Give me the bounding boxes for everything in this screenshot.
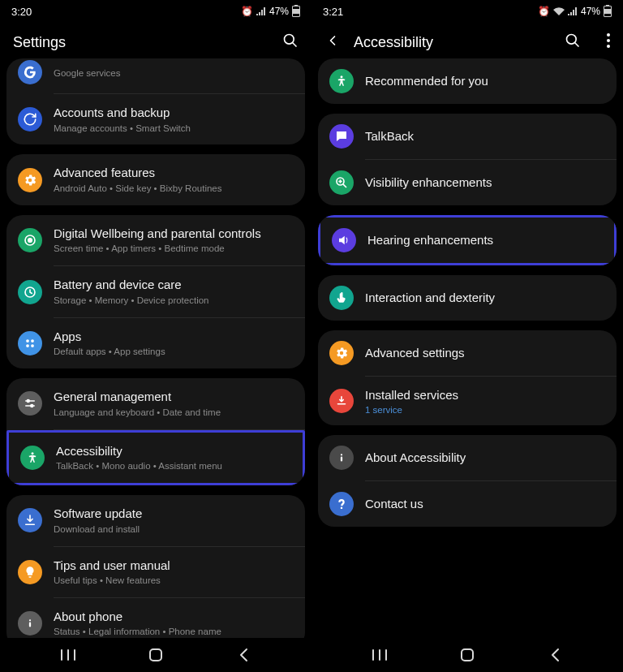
item-title: About phone <box>54 609 294 625</box>
item-title: Recommended for you <box>365 73 605 89</box>
item-contact-us[interactable]: Contact us <box>318 481 617 527</box>
svg-rect-19 <box>150 649 161 661</box>
gear-plus-icon <box>18 168 42 192</box>
item-title: Advanced features <box>54 165 294 181</box>
battery-text: 47% <box>269 6 289 17</box>
accessibility-icon <box>20 446 45 470</box>
page-title: Settings <box>13 34 269 51</box>
item-about-accessibility[interactable]: About Accessibility <box>318 435 617 480</box>
item-title: Battery and device care <box>54 277 294 293</box>
back-button[interactable] <box>324 32 341 52</box>
item-interaction-dexterity[interactable]: Interaction and dexterity <box>318 275 617 321</box>
touch-icon <box>329 286 354 310</box>
item-title: TalkBack <box>365 128 605 144</box>
item-title: About Accessibility <box>365 450 605 466</box>
nav-recents[interactable] <box>44 648 92 661</box>
item-title: Software update <box>54 506 294 522</box>
item-sub: Storage • Memory • Device protection <box>54 295 294 307</box>
battery-text: 47% <box>581 6 600 17</box>
svg-point-6 <box>31 339 34 342</box>
item-title: Accounts and backup <box>54 105 294 121</box>
nav-back[interactable] <box>219 648 268 662</box>
item-accessibility[interactable]: Accessibility TalkBack • Mono audio • As… <box>6 430 305 485</box>
item-sub: TalkBack • Mono audio • Assistant menu <box>56 460 291 472</box>
item-apps[interactable]: Apps Default apps • App settings <box>6 318 305 368</box>
item-battery-care[interactable]: Battery and device care Storage • Memory… <box>6 266 305 317</box>
svg-point-24 <box>607 45 610 48</box>
item-about-phone[interactable]: About phone Status • Legal information •… <box>6 598 305 638</box>
item-installed-services[interactable]: Installed services 1 service <box>318 377 617 425</box>
speaker-icon <box>332 228 356 252</box>
item-advanced-settings[interactable]: Advanced settings <box>318 330 617 376</box>
wellbeing-icon <box>18 228 42 252</box>
item-title: Hearing enhancements <box>367 232 603 248</box>
item-title: Digital Wellbeing and parental controls <box>54 226 294 242</box>
settings-screen: 3:20 ⏰ 47% Settings <box>0 0 312 672</box>
item-tips-manual[interactable]: Tips and user manual Useful tips • New f… <box>6 547 305 597</box>
item-sub: Download and install <box>54 523 294 536</box>
nav-bar <box>0 638 312 672</box>
alarm-icon: ⏰ <box>538 6 550 17</box>
info-icon <box>18 611 42 635</box>
item-digital-wellbeing[interactable]: Digital Wellbeing and parental controls … <box>6 215 305 265</box>
item-sub: 1 service <box>365 405 605 415</box>
svg-point-3 <box>28 239 32 243</box>
item-talkback[interactable]: TalkBack <box>318 114 617 159</box>
item-title: Installed services <box>365 387 605 403</box>
item-google-services[interactable]: Google services <box>6 58 305 93</box>
nav-bar <box>312 638 623 672</box>
item-title: Interaction and dexterity <box>365 290 605 306</box>
more-icon[interactable] <box>607 33 610 51</box>
battery-icon <box>292 6 300 17</box>
apps-icon <box>18 331 42 355</box>
search-icon[interactable] <box>282 32 299 52</box>
svg-line-21 <box>575 43 579 47</box>
item-recommended[interactable]: Recommended for you <box>318 58 617 104</box>
svg-rect-35 <box>462 649 473 661</box>
status-bar: 3:20 ⏰ 47% <box>0 0 312 21</box>
item-sub: Language and keyboard • Date and time <box>54 407 294 419</box>
accessibility-header: Accessibility <box>312 21 623 58</box>
svg-line-1 <box>293 43 297 47</box>
item-sub: Manage accounts • Smart Switch <box>54 123 294 135</box>
svg-point-5 <box>26 339 29 342</box>
download-icon <box>18 508 42 532</box>
accessibility-list[interactable]: Recommended for you TalkBack Visibility … <box>312 58 623 638</box>
settings-list[interactable]: Google services Accounts and backup Mana… <box>0 58 312 638</box>
status-bar: 3:21 ⏰ 47% <box>312 0 623 21</box>
item-advanced-features[interactable]: Advanced features Android Auto • Side ke… <box>6 154 305 205</box>
svg-rect-31 <box>341 456 342 461</box>
item-sub: Screen time • App timers • Bedtime mode <box>54 243 294 255</box>
battery-icon <box>604 6 612 17</box>
signal-icon <box>568 7 578 15</box>
alarm-icon: ⏰ <box>241 6 253 17</box>
nav-back[interactable] <box>531 648 579 662</box>
nav-recents[interactable] <box>355 648 404 661</box>
status-icons: ⏰ 47% <box>241 6 300 17</box>
svg-point-13 <box>32 452 34 454</box>
item-sub: Google services <box>54 67 294 80</box>
chat-icon <box>329 124 354 149</box>
svg-point-23 <box>607 39 610 42</box>
status-time: 3:20 <box>11 6 32 18</box>
nav-home[interactable] <box>131 648 180 662</box>
svg-point-0 <box>285 35 294 45</box>
search-icon[interactable] <box>565 32 581 52</box>
item-software-update[interactable]: Software update Download and install <box>6 495 305 545</box>
item-title: Accessibility <box>56 443 291 459</box>
item-accounts-backup[interactable]: Accounts and backup Manage accounts • Sm… <box>6 94 305 144</box>
item-visibility[interactable]: Visibility enhancements <box>318 160 617 205</box>
item-hearing-enhancements[interactable]: Hearing enhancements <box>318 215 617 265</box>
status-time: 3:21 <box>323 6 343 18</box>
zoom-icon <box>329 170 354 195</box>
gear-plus-icon <box>329 341 354 365</box>
item-title: Advanced settings <box>365 345 605 361</box>
bulb-icon <box>18 560 42 584</box>
nav-home[interactable] <box>443 648 492 662</box>
item-sub: Status • Legal information • Phone name <box>54 626 294 638</box>
item-title: Apps <box>54 329 294 345</box>
item-general-management[interactable]: General management Language and keyboard… <box>6 378 305 429</box>
svg-point-8 <box>31 344 34 347</box>
accessibility-icon <box>329 69 354 93</box>
svg-point-12 <box>31 405 33 407</box>
